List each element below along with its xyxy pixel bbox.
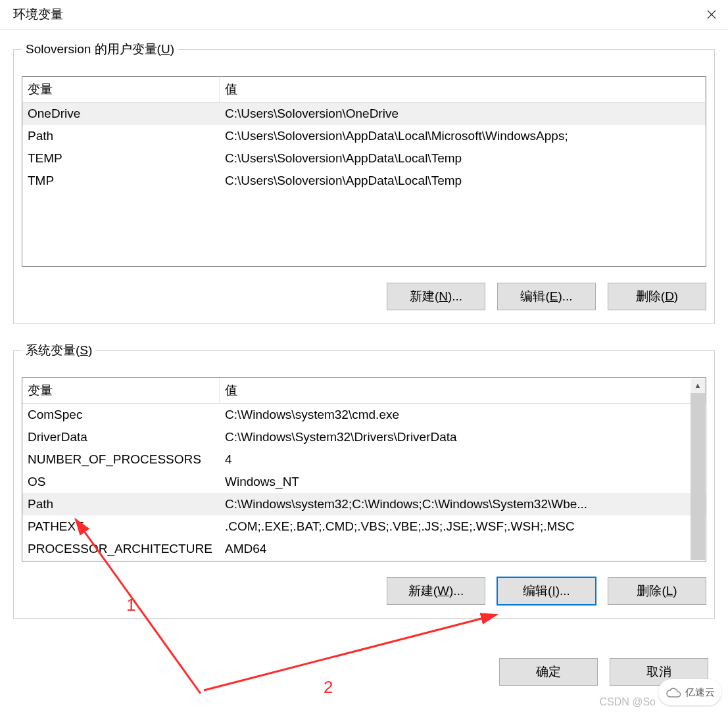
cell-value: AMD64 [220,540,706,558]
system-scrollbar[interactable]: ▲ [691,379,705,560]
table-row[interactable]: NUMBER_OF_PROCESSORS4 [22,448,706,471]
cell-variable: NUMBER_OF_PROCESSORS [22,450,220,469]
logo-badge: 亿速云 [658,679,721,705]
system-variables-list[interactable]: 变量 值 ComSpecC:\Windows\system32\cmd.exeD… [22,377,706,561]
table-row[interactable]: ComSpecC:\Windows\system32\cmd.exe [22,404,706,426]
system-delete-button[interactable]: 删除(L) [608,577,706,605]
user-variables-group: Soloversion 的用户变量(U) 变量 值 OneDriveC:\Use… [13,49,715,324]
table-row[interactable]: PROCESSOR_IDENTIFIERIntel64 Family 6 Mod… [22,560,706,561]
system-edit-button[interactable]: 编辑(I)... [497,577,596,605]
titlebar: 环境变量 [0,0,728,30]
user-new-button[interactable]: 新建(N)... [387,283,485,310]
table-row[interactable]: PROCESSOR_ARCHITECTUREAMD64 [22,538,706,560]
cell-value: C:\Windows\system32;C:\Windows;C:\Window… [220,495,706,513]
system-header-value[interactable]: 值 [220,378,706,403]
user-variables-list[interactable]: 变量 值 OneDriveC:\Users\Soloversion\OneDri… [22,76,706,267]
cell-variable: TEMP [22,149,220,168]
system-list-body[interactable]: ComSpecC:\Windows\system32\cmd.exeDriver… [22,404,706,561]
cell-value: C:\Users\Soloversion\AppData\Local\Temp [220,149,706,168]
cell-variable: Path [22,495,220,513]
user-button-row: 新建(N)... 编辑(E)... 删除(D) [22,283,706,310]
cell-variable: OneDrive [22,105,220,123]
table-row[interactable]: PATHEXT.COM;.EXE;.BAT;.CMD;.VBS;.VBE;.JS… [22,515,706,538]
cloud-icon [666,686,681,698]
system-button-row: 新建(W)... 编辑(I)... 删除(L) [22,577,706,605]
cell-value: Windows_NT [220,473,706,491]
scroll-up-icon[interactable]: ▲ [694,379,702,392]
system-variables-group: 系统变量(S) 变量 值 ComSpecC:\Windows\system32\… [13,350,715,619]
cell-value: C:\Windows\system32\cmd.exe [220,406,706,424]
user-group-label: Soloversion 的用户变量(U) [22,41,178,58]
cell-value: 4 [220,450,706,469]
system-group-label: 系统变量(S) [22,342,96,359]
window-title: 环境变量 [13,6,63,23]
watermark-text: CSDN @So [599,696,656,708]
cell-variable: ComSpec [22,406,220,424]
system-new-button[interactable]: 新建(W)... [387,577,485,605]
table-row[interactable]: PathC:\Windows\system32;C:\Windows;C:\Wi… [22,493,706,515]
user-header-variable[interactable]: 变量 [22,77,220,102]
cell-value: C:\Users\Soloversion\AppData\Local\Micro… [220,127,706,145]
user-header-value[interactable]: 值 [220,77,706,102]
cell-variable: DriverData [22,428,220,446]
cell-variable: PATHEXT [22,517,220,536]
user-list-body[interactable]: OneDriveC:\Users\Soloversion\OneDrivePat… [22,103,706,267]
system-header-variable[interactable]: 变量 [22,378,220,403]
dialog-button-row: 确定 取消 [0,652,728,699]
user-list-header[interactable]: 变量 值 [22,77,706,103]
scroll-thumb[interactable] [691,393,705,560]
cell-variable: Path [22,127,220,145]
cell-variable: OS [22,473,220,491]
system-list-header[interactable]: 变量 值 [22,378,706,404]
cell-variable: TMP [22,172,220,190]
table-row[interactable]: OneDriveC:\Users\Soloversion\OneDrive [22,103,706,125]
user-delete-button[interactable]: 删除(D) [608,283,706,310]
close-button[interactable] [695,4,728,25]
close-icon [707,10,716,19]
cell-variable: PROCESSOR_ARCHITECTURE [22,540,220,558]
cell-value: C:\Users\Soloversion\AppData\Local\Temp [220,172,706,190]
user-edit-button[interactable]: 编辑(E)... [497,283,596,310]
cell-value: C:\Windows\System32\Drivers\DriverData [220,428,706,446]
dialog-content: Soloversion 的用户变量(U) 变量 值 OneDriveC:\Use… [0,30,728,652]
table-row[interactable]: DriverDataC:\Windows\System32\Drivers\Dr… [22,426,706,448]
cell-value: .COM;.EXE;.BAT;.CMD;.VBS;.VBE;.JS;.JSE;.… [220,517,706,536]
table-row[interactable]: OSWindows_NT [22,471,706,493]
table-row[interactable]: PathC:\Users\Soloversion\AppData\Local\M… [22,125,706,147]
table-row[interactable]: TMPC:\Users\Soloversion\AppData\Local\Te… [22,170,706,192]
cell-value: C:\Users\Soloversion\OneDrive [220,105,706,123]
ok-button[interactable]: 确定 [499,658,598,686]
logo-text: 亿速云 [685,686,715,699]
table-row[interactable]: TEMPC:\Users\Soloversion\AppData\Local\T… [22,147,706,170]
